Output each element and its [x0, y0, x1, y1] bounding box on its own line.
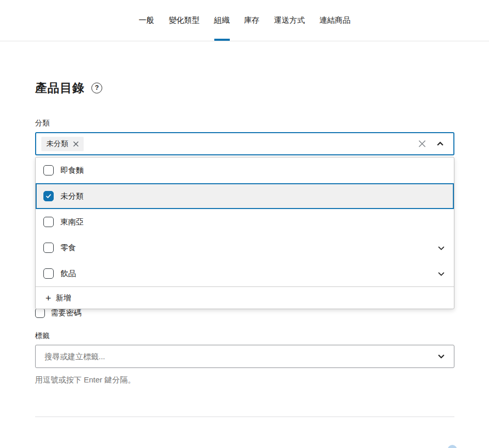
checkbox-unchecked[interactable]: [43, 243, 54, 253]
category-option-instant-noodles[interactable]: 即食麵: [36, 157, 454, 183]
tags-input[interactable]: [43, 351, 436, 361]
tab-variations[interactable]: 變化類型: [162, 0, 207, 41]
tab-label: 一般: [139, 15, 154, 25]
help-icon[interactable]: ?: [91, 83, 102, 93]
tab-label: 連結商品: [320, 15, 351, 25]
floating-help-button-peek[interactable]: [448, 445, 457, 448]
selected-category-token: 未分類: [41, 137, 84, 151]
tab-shipping[interactable]: 運送方式: [267, 0, 312, 41]
section-divider: [35, 417, 454, 417]
tab-inventory[interactable]: 庫存: [237, 0, 267, 41]
token-label: 未分類: [46, 139, 68, 149]
category-option-snacks[interactable]: 零食: [36, 235, 454, 261]
option-label: 零食: [60, 243, 76, 253]
tab-general[interactable]: 一般: [132, 0, 162, 41]
tags-field-label: 標籤: [35, 331, 454, 340]
checkbox-unchecked[interactable]: [43, 165, 54, 175]
tags-input-wrap: [35, 345, 454, 368]
checkbox-unchecked[interactable]: [43, 217, 54, 227]
product-data-tabs: 一般 變化類型 組織 庫存 運送方式 連結商品: [132, 0, 358, 41]
chevron-up-icon[interactable]: [435, 139, 445, 149]
category-select-input[interactable]: 未分類: [35, 132, 454, 155]
add-new-category-button[interactable]: + 新增: [36, 286, 454, 309]
option-label: 飲品: [60, 269, 76, 279]
organization-panel: 產品目錄 ? 分類 未分類: [35, 81, 454, 417]
option-label: 即食麵: [60, 166, 84, 175]
product-data-tab-bar: 一般 變化類型 組織 庫存 運送方式 連結商品: [0, 0, 489, 41]
chevron-down-icon[interactable]: [436, 351, 446, 361]
tab-label: 庫存: [244, 15, 260, 25]
tags-helper-text: 用逗號或按下 Enter 鍵分隔。: [35, 375, 454, 385]
token-remove-icon[interactable]: [73, 141, 79, 147]
checkbox-unchecked[interactable]: [43, 268, 54, 279]
input-actions: [418, 139, 445, 149]
section-title-row: 產品目錄 ?: [35, 81, 454, 95]
option-label: 未分類: [60, 191, 84, 201]
tab-label: 組織: [214, 15, 230, 25]
tab-organization[interactable]: 組織: [207, 0, 237, 41]
password-required-option[interactable]: 需要密碼: [35, 308, 454, 318]
checkbox-unchecked[interactable]: [35, 308, 45, 318]
chevron-down-icon[interactable]: [436, 269, 446, 279]
category-option-drinks[interactable]: 飲品: [36, 261, 454, 286]
clear-selection-icon[interactable]: [418, 139, 427, 148]
plus-icon: +: [45, 293, 51, 303]
tab-label: 運送方式: [274, 15, 305, 25]
tab-linked-products[interactable]: 連結商品: [312, 0, 358, 41]
add-new-label: 新增: [56, 293, 71, 303]
category-field-label: 分類: [35, 119, 454, 127]
password-required-label: 需要密碼: [51, 308, 82, 318]
category-option-uncategorized[interactable]: 未分類: [36, 183, 454, 209]
chevron-down-icon[interactable]: [436, 243, 446, 253]
checkbox-checked[interactable]: [43, 191, 54, 201]
category-dropdown: 即食麵 未分類 東南亞 零食 飲品: [35, 157, 454, 309]
page-title: 產品目錄: [35, 80, 85, 96]
tab-label: 變化類型: [169, 15, 200, 25]
option-label: 東南亞: [60, 217, 84, 227]
category-select: 未分類 即食麵: [35, 132, 454, 155]
category-option-southeast-asia[interactable]: 東南亞: [36, 209, 454, 235]
